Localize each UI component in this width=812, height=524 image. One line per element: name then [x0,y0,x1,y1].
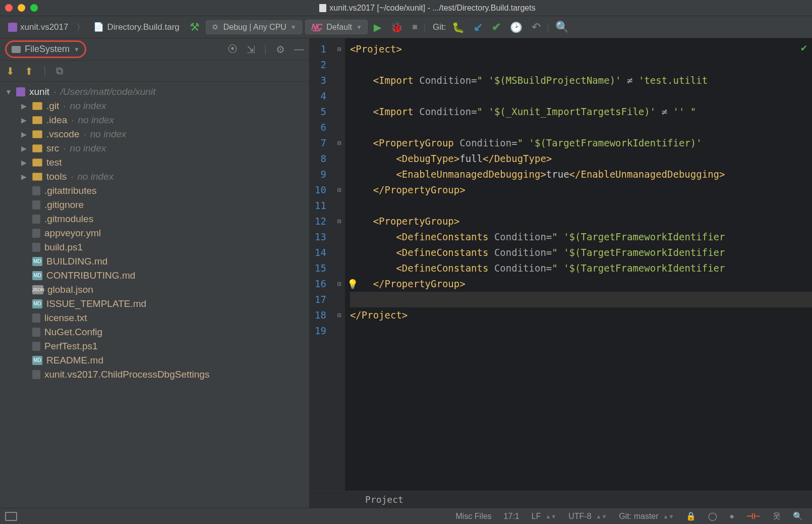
scope-dropdown[interactable]: FileSystem ▼ [5,40,86,58]
build-config-dropdown[interactable]: ⛭ Debug | Any CPU ▼ [206,20,302,34]
maximize-window-button[interactable] [30,4,38,12]
tree-item[interactable]: MDCONTRIBUTING.md [0,269,309,283]
search-button[interactable]: 🔍 [552,19,572,36]
tree-item[interactable]: MDREADME.md [0,353,309,368]
tree-item[interactable]: ▶.git · no index [0,99,309,113]
file-icon [32,215,40,224]
status-man[interactable]: 웃 [769,511,785,521]
tool-window-button[interactable] [5,512,17,521]
file-tree[interactable]: ▼ xunit · /Users/matt/code/xunit ▶.git ·… [0,82,309,508]
git-commit-button[interactable]: ✔ [489,19,504,36]
lightbulb-icon[interactable]: 💡 [347,279,358,289]
minimize-window-button[interactable] [18,4,25,12]
tree-item[interactable]: ▶.vscode · no index [0,127,309,141]
json-icon: JSON [32,285,43,294]
folder-icon [32,116,42,124]
tree-item[interactable]: .gitmodules [0,212,309,226]
tree-item-hint: no index [90,129,127,140]
tree-item[interactable]: ▶tools · no index [0,170,309,184]
code-line[interactable]: <Import Condition=" '$(_Xunit_ImportTarg… [350,104,812,120]
tree-item[interactable]: ▶src · no index [0,141,309,155]
code-line[interactable]: <PropertyGroup> [350,214,812,229]
collapse-button[interactable]: — [294,43,304,56]
editor[interactable]: ✔ 12345678910111213141516171819 ⊟⊟⊡⊟⊡⊡ <… [310,38,812,508]
tree-item[interactable]: .gitattributes [0,184,309,198]
status-file-type[interactable]: Misc Files [452,512,496,521]
tree-item[interactable]: ▶.idea · no index [0,113,309,127]
code-line[interactable]: <PropertyGroup Condition=" '$(TargetFram… [350,135,812,151]
settings-button[interactable]: ⚙ [276,43,285,56]
file-icon [32,243,40,252]
status-separator[interactable]: ⊣⊢ [742,511,765,521]
status-cursor[interactable]: 17:1 [500,512,524,521]
status-line-sep[interactable]: LF▲▼ [528,512,560,521]
tree-item[interactable]: license.txt [0,311,309,325]
tree-item[interactable]: MDISSUE_TEMPLATE.md [0,297,309,311]
debug-button[interactable]: 🐞 [387,19,406,35]
gutter-line-numbers[interactable]: 12345678910111213141516171819 [310,38,334,491]
code-line[interactable]: 💡 </PropertyGroup> [350,276,812,292]
tree-item[interactable]: ▶test [0,155,309,170]
tree-item-label: test [46,157,62,168]
code-line[interactable] [350,120,812,135]
run-button[interactable]: ▶ [371,19,384,35]
tree-item[interactable]: xunit.vs2017.ChildProcessDbgSettings [0,368,309,382]
locate-button[interactable]: ⦿ [227,43,238,56]
tree-item[interactable]: build.ps1 [0,240,309,254]
tree-root[interactable]: ▼ xunit · /Users/matt/code/xunit [0,85,309,99]
code-area[interactable]: <Project> <Import Condition=" '$(MSBuild… [345,38,812,491]
close-window-button[interactable] [5,4,13,12]
tree-item[interactable]: PerfTest.ps1 [0,339,309,353]
expand-button[interactable]: ⇲ [247,43,255,56]
run-config-dropdown[interactable]: N͟C Default ▼ [305,20,368,34]
code-line[interactable] [350,57,812,73]
download-button[interactable]: ⬇ [6,65,15,77]
code-line[interactable]: </PropertyGroup> [350,182,812,198]
tree-item-label: tools [46,171,67,182]
tree-item[interactable]: .gitignore [0,198,309,212]
status-encoding[interactable]: UTF-8▲▼ [564,512,611,521]
code-line[interactable]: <DefineConstants Condition=" '$(TargetFr… [350,229,812,245]
status-indicator-1[interactable]: ◯ [704,511,721,521]
build-config-label: Debug | Any CPU [223,23,286,32]
code-line[interactable]: <DefineConstants Condition=" '$(TargetFr… [350,245,812,260]
status-lock[interactable]: 🔒 [682,511,700,521]
status-indicator-2[interactable]: ● [725,512,738,521]
file-icon [32,186,40,195]
stop-button[interactable]: ■ [409,20,421,34]
tree-item[interactable]: appveyor.yml [0,226,309,240]
build-button[interactable]: ⚒ [187,19,203,36]
tree-item-label: CONTRIBUTING.md [46,270,135,281]
code-line[interactable]: <Project> [350,41,812,57]
code-line[interactable]: <DebugType>full</DebugType> [350,151,812,167]
circle-icon: ◯ [708,511,717,521]
git-history-button[interactable]: 🕑 [507,19,526,35]
undo-button[interactable]: ↶ [529,19,544,36]
code-line[interactable]: <Import Condition=" '$(MSBuildProjectNam… [350,73,812,88]
breadcrumb-file[interactable]: 📄 Directory.Build.targ [89,20,183,34]
status-search[interactable]: 🔍 [789,511,807,521]
status-git-branch[interactable]: Git: master▲▼ [615,512,678,521]
upload-button[interactable]: ⬆ [25,65,33,77]
code-line[interactable] [350,323,812,339]
separator-icon: ⊣⊢ [746,511,761,521]
chevron-right-icon: 〉 [76,21,85,33]
tree-item[interactable]: NuGet.Config [0,325,309,339]
code-line[interactable] [350,198,812,214]
gutter-fold[interactable]: ⊟⊟⊡⊟⊡⊡ [334,38,345,491]
code-line[interactable]: </Project> [350,307,812,323]
code-line[interactable] [350,88,812,104]
code-line[interactable]: <DefineConstants Condition=" '$(TargetFr… [350,260,812,276]
chevron-right-icon: ▶ [21,159,28,167]
git-update-button[interactable]: 🐛 [449,19,468,35]
tree-item[interactable]: JSONglobal.json [0,283,309,297]
file-icon [32,200,40,209]
code-line[interactable] [350,292,812,307]
git-pull-button[interactable]: ↙ [471,19,486,36]
tree-item[interactable]: MDBUILDING.md [0,254,309,269]
editor-breadcrumb[interactable]: Project [310,491,812,508]
chevron-right-icon: ▶ [21,144,28,152]
copy-button[interactable]: ⧉ [56,65,63,77]
code-line[interactable]: <EnableUnmanagedDebugging>true</EnableUn… [350,167,812,182]
breadcrumb-project[interactable]: xunit.vs2017 [4,20,72,34]
